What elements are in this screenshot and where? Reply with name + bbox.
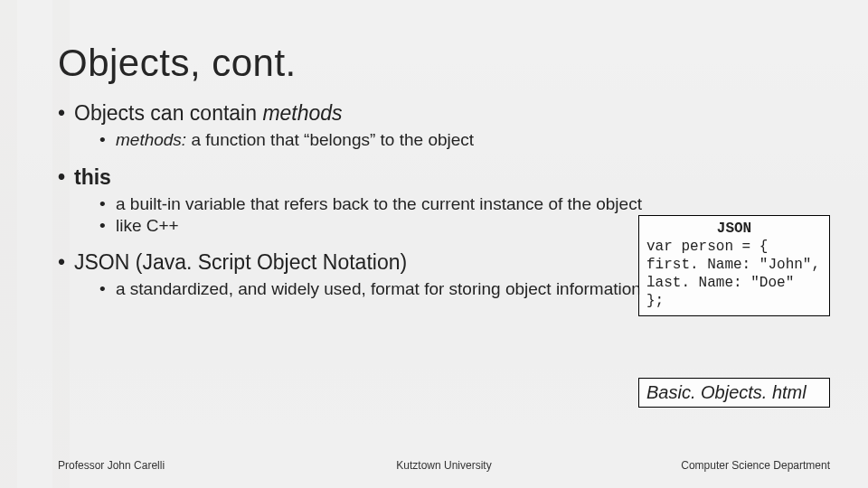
- json-code-box: JSON var person = { first. Name: "John",…: [638, 215, 830, 316]
- bullet-json-sub1: a standardized, and widely used, format …: [99, 278, 642, 300]
- json-code-line: last. Name: "Doe": [646, 274, 822, 292]
- bullet-methods-def-rest: a function that “belongs” to the object: [186, 130, 474, 149]
- bullet-methods: Objects can contain methods methods: a f…: [58, 101, 810, 151]
- json-code-title: JSON: [646, 220, 822, 238]
- footer-author: Professor John Carelli: [58, 459, 165, 472]
- json-code-line: };: [646, 292, 822, 310]
- json-code-line: first. Name: "John",: [646, 256, 822, 274]
- bullet-methods-text-plain: Objects can contain: [74, 101, 262, 125]
- footer-department: Computer Science Department: [681, 459, 830, 472]
- slide-title: Objects, cont.: [58, 42, 810, 85]
- bullet-methods-sublist: methods: a function that “belongs” to th…: [99, 129, 810, 151]
- bullet-methods-def: methods: a function that “belongs” to th…: [99, 129, 642, 151]
- footer: Professor John Carelli Kutztown Universi…: [58, 459, 830, 472]
- bullet-this-sub1: a built-in variable that refers back to …: [99, 193, 642, 215]
- file-reference-text: Basic. Objects. html: [646, 382, 807, 402]
- json-code-line: var person = {: [646, 238, 822, 256]
- file-reference-box: Basic. Objects. html: [638, 378, 830, 408]
- bullet-methods-def-em: methods:: [116, 130, 186, 149]
- bullet-this-sub2: like C++: [99, 215, 642, 237]
- bullet-methods-text-em: methods: [262, 101, 342, 125]
- bullet-this-text: this: [74, 165, 111, 189]
- bullet-json-text: JSON (Java. Script Object Notation): [74, 250, 407, 274]
